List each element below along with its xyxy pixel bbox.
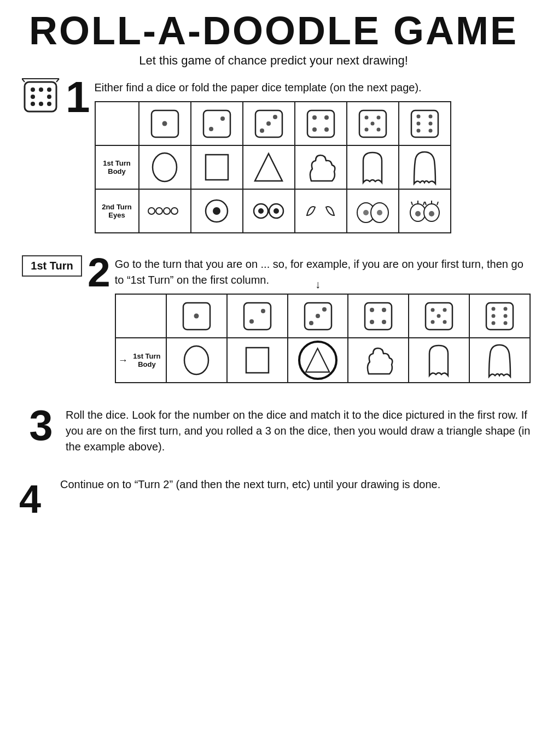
table1-body-1-circle — [139, 145, 191, 189]
svg-point-15 — [209, 127, 213, 131]
table1-dice-3 — [243, 102, 295, 145]
step3-content: Roll the dice. Look for the number on th… — [66, 402, 531, 460]
table1-body-label: 1st Turn Body — [95, 145, 139, 189]
svg-marker-95 — [306, 348, 329, 372]
svg-rect-14 — [203, 110, 230, 137]
table1-eyes-4 — [295, 189, 347, 233]
svg-point-39 — [153, 153, 177, 181]
svg-rect-32 — [411, 110, 438, 137]
svg-point-76 — [370, 308, 374, 312]
svg-point-38 — [428, 128, 432, 132]
svg-point-85 — [443, 320, 447, 324]
game-table-2: ↓ — [115, 294, 531, 383]
svg-point-20 — [273, 115, 277, 119]
highlight-circle — [298, 341, 337, 380]
table2-body-2-square — [227, 338, 288, 383]
step1-number: 1 — [66, 75, 90, 119]
table2-body-label: → 1st Turn Body — [115, 338, 166, 383]
table1-eyes-2 — [191, 189, 243, 233]
svg-point-69 — [249, 319, 254, 324]
svg-point-6 — [31, 102, 35, 106]
svg-point-79 — [382, 320, 386, 324]
svg-rect-94 — [246, 348, 269, 373]
svg-point-27 — [364, 115, 368, 119]
step2-text: Go to the turn that you are on ... so, f… — [115, 256, 531, 288]
svg-point-90 — [504, 314, 508, 318]
table1-row-eyes: 2nd Turn Eyes — [95, 189, 451, 233]
table1-eyes-6 — [399, 189, 451, 233]
svg-line-62 — [423, 202, 424, 205]
dice-illustration — [22, 78, 60, 116]
svg-point-83 — [437, 314, 441, 318]
step2-left: 1st Turn — [16, 252, 88, 277]
svg-point-67 — [194, 313, 199, 318]
step1-content: 1 Either find a dice or fold the paper d… — [66, 75, 531, 243]
svg-point-4 — [31, 95, 35, 99]
step3-text: Roll the dice. Look for the number on th… — [66, 407, 531, 455]
svg-point-23 — [324, 115, 329, 120]
step4-text: Continue on to “Turn 2” (and then the ne… — [60, 477, 531, 493]
svg-point-28 — [376, 115, 380, 119]
table1-dice-1 — [139, 102, 191, 145]
step1-row: 1 Either find a dice or fold the paper d… — [16, 75, 531, 243]
svg-point-31 — [376, 127, 380, 131]
svg-line-63 — [425, 202, 426, 205]
svg-point-34 — [428, 114, 432, 118]
step3-icon-area: 3 — [16, 402, 66, 447]
svg-point-24 — [312, 127, 317, 132]
svg-point-22 — [312, 115, 317, 120]
down-arrow: ↓ — [315, 278, 321, 291]
table1-row-dice — [95, 102, 451, 145]
arrow-label-group: → 1st Turn Body — [118, 352, 164, 368]
svg-point-47 — [213, 207, 220, 215]
svg-line-65 — [437, 202, 438, 205]
svg-marker-41 — [255, 154, 282, 181]
svg-point-36 — [428, 121, 432, 125]
right-arrow-label: → — [118, 355, 128, 366]
step4-icon-area: 4 — [16, 471, 60, 517]
step3-row: 3 Roll the dice. Look for the number on … — [16, 402, 531, 460]
table1-wrapper: 1st Turn Body — [95, 101, 451, 233]
svg-line-60 — [411, 202, 412, 205]
svg-point-43 — [156, 208, 162, 214]
table1-eyes-1 — [139, 189, 191, 233]
svg-point-78 — [370, 320, 374, 324]
svg-point-82 — [443, 308, 447, 312]
table1-eyes-label: 2nd Turn Eyes — [95, 189, 139, 233]
svg-point-42 — [148, 208, 155, 214]
svg-point-73 — [316, 314, 320, 318]
table2-row-dice: ↓ — [115, 294, 530, 338]
table1-body-4-cloud — [295, 145, 347, 189]
game-table-1: 1st Turn Body — [95, 101, 451, 233]
svg-point-19 — [266, 121, 271, 126]
table2-row-body: → 1st Turn Body — [115, 338, 530, 383]
table1-body-2-square — [191, 145, 243, 189]
svg-point-45 — [171, 208, 178, 214]
table1-body-5-ghost — [347, 145, 399, 189]
step2-number: 2 — [88, 252, 110, 293]
table2-empty-header — [115, 294, 166, 338]
table1-row-body: 1st Turn Body — [95, 145, 451, 189]
table2-body-1-circle — [166, 338, 227, 383]
svg-point-44 — [164, 208, 170, 214]
step1-text-area: Either find a dice or fold the paper dic… — [95, 75, 451, 243]
step2-text-area: Go to the turn that you are on ... so, f… — [115, 252, 531, 393]
svg-point-89 — [492, 314, 496, 318]
svg-point-84 — [431, 320, 435, 324]
svg-point-35 — [416, 121, 420, 125]
svg-point-51 — [274, 208, 279, 214]
table1-eyes-5 — [347, 189, 399, 233]
step4-number-svg: 4 — [16, 473, 60, 517]
svg-point-8 — [47, 102, 51, 106]
svg-point-77 — [382, 308, 386, 312]
step3-number: 3 — [29, 404, 53, 447]
svg-point-49 — [258, 208, 264, 214]
step2-content: 2 Go to the turn that you are on ... so,… — [88, 252, 531, 393]
svg-text:4: 4 — [19, 477, 41, 517]
svg-point-58 — [415, 211, 421, 216]
table1-body-6-ghost2 — [399, 145, 451, 189]
table1-dice-6 — [399, 102, 451, 145]
table1-dice-5 — [347, 102, 399, 145]
step2-row: 1st Turn 2 Go to the turn that you are o… — [16, 252, 531, 393]
svg-rect-75 — [365, 303, 392, 330]
